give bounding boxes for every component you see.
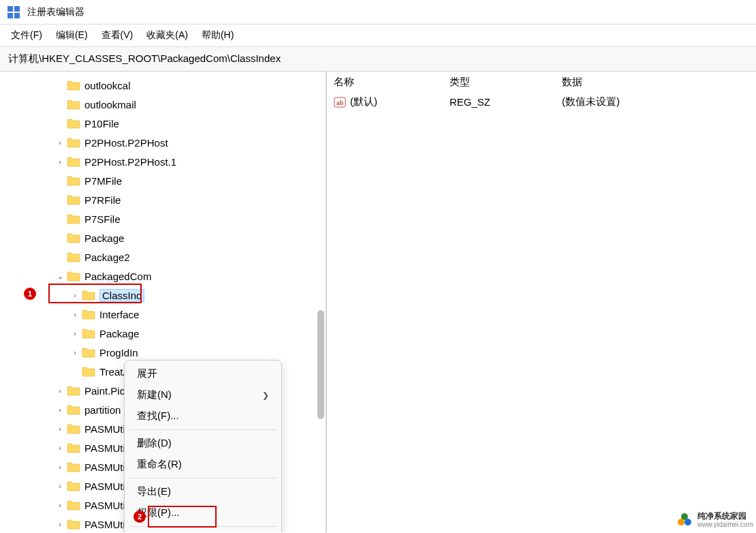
svg-point-7 [678, 519, 684, 526]
scrollbar-thumb[interactable] [317, 310, 324, 419]
expander-icon[interactable]: › [54, 385, 65, 396]
tree-item[interactable]: ›P2PHost.P2PHost.1 [20, 152, 326, 171]
expander-icon[interactable]: › [54, 404, 65, 415]
tree-item[interactable]: P7SFile [20, 209, 326, 228]
values-pane: 名称 类型 数据 ab (默认) REG_SZ (数值未设置) [327, 72, 756, 532]
ctx-rename[interactable]: 重命名(R) [125, 454, 281, 475]
menu-view[interactable]: 查看(V) [96, 27, 139, 44]
tree-item-label: P7RFile [84, 194, 121, 206]
expander-icon[interactable]: › [69, 347, 80, 358]
value-type: REG_SZ [450, 96, 562, 108]
ctx-new[interactable]: 新建(N) ❯ [125, 384, 281, 406]
tree-item[interactable]: ›ProgIdIn [20, 343, 326, 362]
ctx-export[interactable]: 导出(E) [125, 481, 281, 502]
col-data[interactable]: 数据 [562, 76, 749, 89]
tree-item[interactable]: Package [20, 228, 326, 247]
ctx-find[interactable]: 查找(F)... [125, 406, 281, 427]
tree-item[interactable]: outlookcal [20, 76, 326, 95]
expander-icon[interactable]: › [54, 519, 65, 530]
watermark: 纯净系统家园 www.yidaimei.com [676, 511, 753, 529]
tree-item-label: P2PHost.P2PHost [84, 137, 168, 149]
expander-icon[interactable]: › [54, 137, 65, 148]
ctx-delete[interactable]: 删除(D) [125, 433, 281, 454]
folder-icon [67, 423, 80, 434]
folder-icon [67, 442, 80, 453]
svg-rect-2 [7, 13, 13, 18]
value-row[interactable]: ab (默认) REG_SZ (数值未设置) [334, 93, 749, 111]
ctx-permissions[interactable]: 权限(P)... [125, 502, 281, 523]
expander-icon [54, 232, 65, 243]
expander-icon[interactable]: › [69, 328, 80, 339]
tree-item-label: ClassInd [99, 289, 144, 302]
tree-item-label: Package [99, 328, 139, 339]
tree-item[interactable]: ›Package [20, 324, 326, 343]
col-name[interactable]: 名称 [334, 76, 450, 89]
folder-icon [67, 500, 80, 511]
svg-rect-3 [14, 13, 20, 18]
expander-icon [54, 99, 65, 110]
expander-icon[interactable]: › [54, 461, 65, 472]
folder-icon [67, 175, 80, 186]
tree-item-label: P2PHost.P2PHost.1 [84, 156, 176, 168]
tree-item[interactable]: ›ClassInd [20, 286, 326, 305]
expander-icon [54, 194, 65, 205]
svg-text:ab: ab [336, 100, 344, 106]
folder-icon [82, 309, 95, 320]
ctx-separator [129, 526, 277, 527]
menu-file[interactable]: 文件(F) [5, 27, 48, 44]
menu-edit[interactable]: 编辑(E) [50, 27, 93, 44]
titlebar: 注册表编辑器 [0, 0, 756, 25]
tree-item-label: PackagedCom [84, 271, 151, 282]
expander-icon[interactable]: ⌄ [54, 271, 65, 281]
menu-favorites[interactable]: 收藏夹(A) [141, 27, 193, 44]
folder-icon [67, 519, 80, 530]
expander-icon[interactable]: › [54, 423, 65, 434]
folder-icon [67, 99, 80, 110]
expander-icon[interactable]: › [54, 156, 65, 167]
expander-icon[interactable]: › [54, 500, 65, 511]
col-type[interactable]: 类型 [450, 76, 562, 89]
tree-item-label: P7MFile [84, 175, 122, 187]
address-bar[interactable]: 计算机\HKEY_CLASSES_ROOT\PackagedCom\ClassI… [0, 47, 756, 72]
folder-icon [82, 328, 95, 339]
tree-item[interactable]: P7MFile [20, 171, 326, 190]
tree-item[interactable]: P7RFile [20, 190, 326, 209]
folder-icon [67, 80, 80, 91]
tree-item[interactable]: P10File [20, 114, 326, 133]
tree-item[interactable]: ⌄PackagedCom [20, 266, 326, 286]
ctx-separator [129, 478, 277, 478]
annotation-1: 1 [24, 288, 36, 300]
values-header: 名称 类型 数据 [334, 72, 749, 93]
folder-icon [82, 366, 95, 377]
expander-icon [54, 118, 65, 129]
tree-item-label: outlookmail [84, 99, 136, 110]
tree-item-label: outlookcal [84, 80, 131, 91]
menu-help[interactable]: 帮助(H) [196, 27, 239, 44]
tree-item[interactable]: ›P2PHost.P2PHost [20, 133, 326, 152]
tree-item-label: P7SFile [84, 213, 121, 225]
main-area: outlookcaloutlookmailP10File›P2PHost.P2P… [0, 72, 756, 532]
tree-item[interactable]: Package2 [20, 247, 326, 266]
value-name: (默认) [350, 95, 450, 108]
expander-icon[interactable]: › [54, 481, 65, 491]
string-value-icon: ab [334, 96, 346, 108]
expander-icon[interactable]: › [69, 309, 80, 320]
tree-item-label: ProgIdIn [99, 347, 138, 359]
tree-pane: outlookcaloutlookmailP10File›P2PHost.P2P… [0, 72, 327, 532]
ctx-copy-key[interactable]: 复制项名称(C) [125, 530, 281, 532]
tree-item[interactable]: ›Interface [20, 305, 326, 324]
ctx-expand[interactable]: 展开 [125, 363, 281, 384]
tree-item[interactable]: outlookmail [20, 95, 326, 114]
expander-icon[interactable]: › [54, 442, 65, 453]
expander-icon[interactable]: › [69, 290, 80, 301]
annotation-2: 2 [133, 511, 146, 523]
tree-item-label: P10File [84, 118, 119, 130]
folder-icon [67, 404, 80, 415]
tree-item-label: partition [84, 404, 121, 416]
watermark-name: 纯净系统家园 [697, 511, 746, 521]
expander-icon [54, 252, 65, 262]
folder-icon [67, 213, 80, 224]
context-menu: 展开 新建(N) ❯ 查找(F)... 删除(D) 重命名(R) 导出(E) 权… [124, 360, 282, 532]
expander-icon [69, 366, 80, 377]
folder-icon [67, 156, 80, 167]
